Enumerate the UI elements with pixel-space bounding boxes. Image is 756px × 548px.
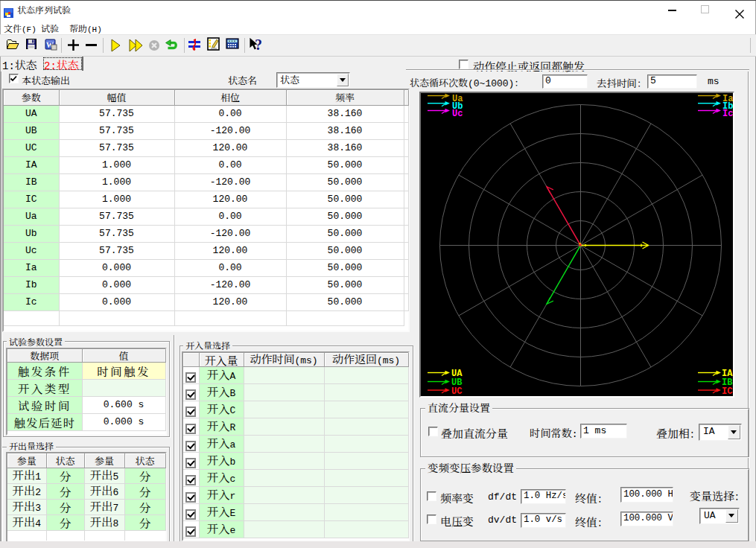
svg-text:Uc: Uc [452, 109, 463, 119]
svg-text:UC: UC [451, 386, 462, 397]
svg-text:Ic: Ic [722, 109, 733, 119]
svg-text:IC: IC [722, 386, 732, 397]
